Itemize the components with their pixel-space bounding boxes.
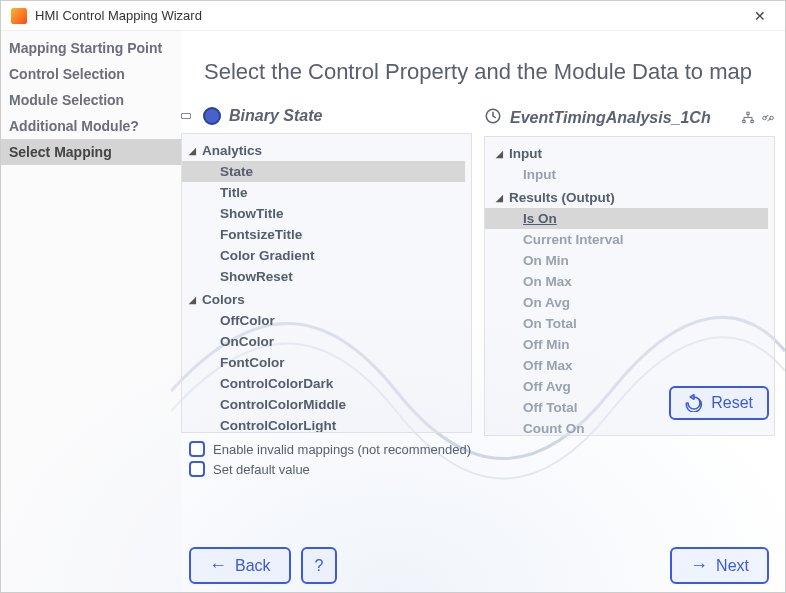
sidebar-item-control-selection[interactable]: Control Selection xyxy=(1,61,181,87)
caret-down-icon: ◢ xyxy=(186,295,198,305)
content: Mapping Starting PointControl SelectionM… xyxy=(1,31,785,592)
control-item-showtitle[interactable]: ShowTitle xyxy=(182,203,465,224)
reset-button[interactable]: Reset xyxy=(669,386,769,420)
hierarchy-icon[interactable] xyxy=(741,111,755,125)
control-group-analytics[interactable]: ◢Analytics xyxy=(182,140,465,161)
module-data-header: EventTimingAnalysis_1Ch xyxy=(484,105,775,136)
invalid-mappings-checkbox[interactable] xyxy=(189,441,205,457)
module-item-on-total: On Total xyxy=(485,313,768,334)
clock-icon xyxy=(484,107,502,128)
tree-group-label: Results (Output) xyxy=(509,190,615,205)
sidebar: Mapping Starting PointControl SelectionM… xyxy=(1,31,181,592)
control-property-column: Binary State ◢AnalyticsStateTitleShowTit… xyxy=(181,105,472,543)
control-group-colors[interactable]: ◢Colors xyxy=(182,289,465,310)
deco-icon xyxy=(181,113,191,119)
module-item-current-interval: Current Interval xyxy=(485,229,768,250)
module-item-count-on: Count On xyxy=(485,418,768,436)
set-default-checkbox[interactable] xyxy=(189,461,205,477)
control-item-oncolor[interactable]: OnColor xyxy=(182,331,465,352)
sidebar-item-additional-module-[interactable]: Additional Module? xyxy=(1,113,181,139)
binary-state-icon xyxy=(203,107,221,125)
window-title: HMI Control Mapping Wizard xyxy=(35,8,745,23)
control-item-fontcolor[interactable]: FontColor xyxy=(182,352,465,373)
arrow-right-icon xyxy=(690,555,708,576)
svg-rect-2 xyxy=(743,120,745,122)
invalid-mappings-label: Enable invalid mappings (not recommended… xyxy=(213,442,471,457)
sidebar-item-select-mapping[interactable]: Select Mapping xyxy=(1,139,181,165)
set-default-label: Set default value xyxy=(213,462,310,477)
caret-down-icon: ◢ xyxy=(493,149,505,159)
control-item-state[interactable]: State xyxy=(182,161,465,182)
sidebar-item-module-selection[interactable]: Module Selection xyxy=(1,87,181,113)
module-item-is-on[interactable]: Is On xyxy=(485,208,768,229)
module-item-on-min: On Min xyxy=(485,250,768,271)
set-default-row: Set default value xyxy=(189,461,472,477)
module-item-on-avg: On Avg xyxy=(485,292,768,313)
arrow-left-icon xyxy=(209,555,227,576)
help-label: ? xyxy=(315,557,324,575)
titlebar: HMI Control Mapping Wizard ✕ xyxy=(1,1,785,31)
svg-rect-3 xyxy=(751,120,753,122)
next-button[interactable]: Next xyxy=(670,547,769,584)
reset-row: Reset xyxy=(484,386,775,420)
module-item-off-min: Off Min xyxy=(485,334,768,355)
caret-down-icon: ◢ xyxy=(493,193,505,203)
module-group-input[interactable]: ◢Input xyxy=(485,143,768,164)
main-panel: Select the Control Property and the Modu… xyxy=(181,31,785,592)
control-property-header: Binary State xyxy=(181,105,472,133)
reset-icon xyxy=(685,394,703,412)
tree-group-label: Input xyxy=(509,146,542,161)
module-mini-icons xyxy=(741,111,775,125)
module-item-on-max: On Max xyxy=(485,271,768,292)
close-icon[interactable]: ✕ xyxy=(745,8,775,24)
sidebar-item-mapping-starting-point[interactable]: Mapping Starting Point xyxy=(1,35,181,61)
control-item-offcolor[interactable]: OffColor xyxy=(182,310,465,331)
link-icon[interactable] xyxy=(761,111,775,125)
next-label: Next xyxy=(716,557,749,575)
control-item-controlcolordark[interactable]: ControlColorDark xyxy=(182,373,465,394)
help-button[interactable]: ? xyxy=(301,547,338,584)
control-property-title: Binary State xyxy=(229,107,322,125)
columns: Binary State ◢AnalyticsStateTitleShowTit… xyxy=(181,105,775,543)
window: HMI Control Mapping Wizard ✕ Mapping Sta… xyxy=(0,0,786,593)
reset-label: Reset xyxy=(711,394,753,412)
back-label: Back xyxy=(235,557,271,575)
module-group-results-output-[interactable]: ◢Results (Output) xyxy=(485,187,768,208)
control-property-tree[interactable]: ◢AnalyticsStateTitleShowTitleFontsizeTit… xyxy=(181,133,472,433)
button-row: Back ? Next xyxy=(181,543,775,584)
page-heading: Select the Control Property and the Modu… xyxy=(181,31,775,105)
tree-group-label: Analytics xyxy=(202,143,262,158)
control-item-showreset[interactable]: ShowReset xyxy=(182,266,465,287)
module-data-title: EventTimingAnalysis_1Ch xyxy=(510,109,711,127)
options-block: Enable invalid mappings (not recommended… xyxy=(181,433,472,481)
caret-down-icon: ◢ xyxy=(186,146,198,156)
control-item-fontsizetitle[interactable]: FontsizeTitle xyxy=(182,224,465,245)
svg-rect-1 xyxy=(747,112,749,114)
control-item-controlcolorlight[interactable]: ControlColorLight xyxy=(182,415,465,433)
back-button[interactable]: Back xyxy=(189,547,291,584)
app-icon xyxy=(11,8,27,24)
module-item-off-max: Off Max xyxy=(485,355,768,376)
tree-group-label: Colors xyxy=(202,292,245,307)
module-item-input: Input xyxy=(485,164,768,185)
module-data-column: EventTimingAnalysis_1Ch ◢InputInput◢Resu… xyxy=(484,105,775,543)
control-item-color-gradient[interactable]: Color Gradient xyxy=(182,245,465,266)
invalid-mappings-row: Enable invalid mappings (not recommended… xyxy=(189,441,472,457)
control-item-title[interactable]: Title xyxy=(182,182,465,203)
control-item-controlcolormiddle[interactable]: ControlColorMiddle xyxy=(182,394,465,415)
